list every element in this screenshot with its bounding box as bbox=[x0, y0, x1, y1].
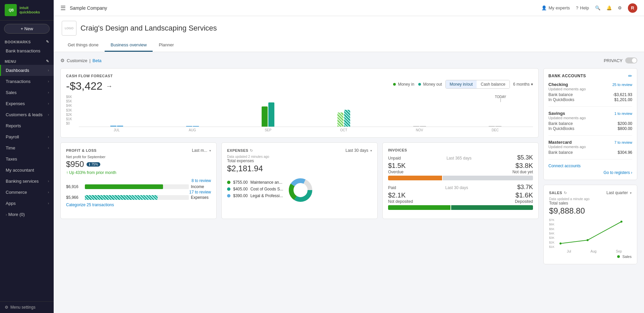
help-button[interactable]: ? Help bbox=[576, 5, 589, 10]
customize-beta[interactable]: Beta bbox=[93, 58, 102, 63]
savings-review[interactable]: 1 to review bbox=[614, 111, 632, 116]
settings-button[interactable]: ⚙ bbox=[618, 5, 622, 10]
sidebar-item-apps[interactable]: Apps › bbox=[0, 198, 54, 209]
dashboard-grid: CASH FLOW FORECAST -$3,422 → Mone bbox=[60, 68, 637, 264]
bell-icon: 🔔 bbox=[606, 5, 612, 10]
checking-name: Checking bbox=[548, 82, 568, 87]
sidebar-item-commerce[interactable]: Commerce › bbox=[0, 187, 54, 198]
person-icon: 👤 bbox=[541, 5, 547, 10]
sidebar-item-taxes[interactable]: Taxes bbox=[0, 153, 54, 165]
today-marker: TODAY bbox=[495, 95, 506, 102]
inv-overdue-label: Overdue bbox=[388, 170, 406, 174]
pl-review-link[interactable]: 8 to review bbox=[66, 178, 211, 183]
jul-bar-in bbox=[110, 126, 116, 127]
bookmarks-section-header: BOOKMARKS ✎ bbox=[0, 37, 54, 45]
sidebar-item-time[interactable]: Time › bbox=[0, 142, 54, 153]
company-full-name: Craig's Design and Landscaping Services bbox=[80, 24, 217, 33]
privacy-toggle-switch[interactable] bbox=[625, 57, 637, 63]
sidebar-item-transactions[interactable]: Transactions › bbox=[0, 76, 54, 87]
exp-content: $755.00 Maintenance an... $405.00 Cost o… bbox=[227, 177, 372, 205]
exp-dot-1 bbox=[227, 181, 230, 184]
money-in-out-btn[interactable]: Money in/out bbox=[446, 80, 477, 88]
sidebar-item-more[interactable]: › More (0) bbox=[0, 209, 54, 220]
bank-card-title: BANK ACCOUNTS bbox=[548, 74, 586, 78]
notifications-button[interactable]: 🔔 bbox=[606, 5, 612, 10]
go-to-registers-link[interactable]: Go to registers › bbox=[548, 168, 632, 175]
pl-period: Last m... ▾ bbox=[192, 148, 211, 153]
cashflow-btn-group: Money in/out Cash balance bbox=[445, 80, 510, 89]
pl-expenses-label: Expenses bbox=[191, 195, 211, 200]
pl-expenses-review-link[interactable]: 17 to review bbox=[189, 190, 211, 194]
menu-edit-icon[interactable]: ✎ bbox=[46, 59, 49, 63]
jul-bar-out bbox=[117, 126, 123, 127]
sidebar-item-banking[interactable]: Banking services › bbox=[0, 176, 54, 187]
inv-deposited: $1.6K Deposited bbox=[515, 191, 533, 204]
sidebar-item-myaccountant[interactable]: My accountant bbox=[0, 165, 54, 176]
sales-card: SALES ↻ Last quarter ▾ Data updated a mi… bbox=[543, 185, 637, 264]
sidebar-item-expenses[interactable]: Expenses › bbox=[0, 98, 54, 109]
customize-separator: | bbox=[89, 58, 90, 63]
sidebar-item-customers[interactable]: Customers & leads › bbox=[0, 109, 54, 120]
new-button[interactable]: + New bbox=[4, 24, 50, 34]
sidebar-item-sales[interactable]: Sales › bbox=[0, 87, 54, 98]
pl-dropdown-icon[interactable]: ▾ bbox=[209, 149, 211, 152]
connect-accounts-link[interactable]: Connect accounts bbox=[548, 164, 632, 168]
my-experts-button[interactable]: 👤 My experts bbox=[541, 5, 570, 10]
exp-dropdown-icon[interactable]: ▾ bbox=[370, 149, 372, 152]
sales-updated: Data updated a minute ago bbox=[549, 197, 632, 201]
pl-categorize-link[interactable]: Categorize 25 transactions bbox=[66, 203, 211, 207]
exp-refresh-icon[interactable]: ↻ bbox=[250, 148, 253, 153]
savings-updated: Updated moments ago bbox=[548, 116, 632, 120]
aug-bar-out bbox=[193, 126, 199, 127]
bank-edit-icon[interactable]: ✏ bbox=[628, 73, 632, 79]
topbar-menu-icon[interactable]: ☰ bbox=[60, 4, 66, 12]
dec-bar-in bbox=[489, 126, 495, 127]
bottom-cards: PROFIT & LOSS Last m... ▾ Net profit for… bbox=[60, 142, 539, 219]
pl-expenses-bar-track bbox=[85, 195, 189, 200]
exp-amount-2: $405.00 bbox=[233, 187, 248, 191]
money-in-legend: Money in bbox=[393, 82, 414, 87]
exp-donut-chart bbox=[287, 177, 314, 205]
tab-business-overview[interactable]: Business overview bbox=[105, 39, 153, 52]
sidebar-item-payroll[interactable]: Payroll › bbox=[0, 131, 54, 142]
svg-point-8 bbox=[621, 221, 623, 223]
tab-planner[interactable]: Planner bbox=[153, 39, 180, 52]
dashboard: ⚙ Customize | Beta PRIVACY CAS bbox=[54, 52, 644, 270]
search-button[interactable]: 🔍 bbox=[595, 5, 600, 10]
sales-legend: Sales bbox=[549, 255, 632, 259]
money-out-legend: Money out bbox=[418, 82, 442, 87]
inv-header: INVOICES bbox=[388, 148, 533, 152]
customize-label[interactable]: Customize bbox=[67, 58, 87, 63]
sidebar-item-dashboards[interactable]: Dashboards › bbox=[0, 65, 54, 76]
sales-line-svg bbox=[557, 218, 632, 249]
menu-settings-button[interactable]: ⚙ Menu settings bbox=[0, 301, 54, 313]
cash-balance-btn[interactable]: Cash balance bbox=[477, 80, 509, 88]
pl-expenses-bar-filled bbox=[85, 195, 158, 200]
inv-overdue-amount: $1.5K bbox=[388, 162, 406, 170]
exp-title: EXPENSES bbox=[227, 148, 248, 152]
apps-chevron: › bbox=[48, 202, 49, 205]
sales-chart: $7K $6K $5K $4K $3K $2K $1K bbox=[549, 218, 632, 259]
checking-balance-label: Bank balance bbox=[548, 92, 573, 97]
pl-income-amount: $6,916 bbox=[66, 184, 83, 189]
sales-dropdown-icon[interactable]: ▾ bbox=[630, 191, 632, 195]
svg-text:QB: QB bbox=[9, 8, 14, 12]
sidebar-item-bank-transactions[interactable]: Bank transactions bbox=[0, 45, 54, 56]
sales-refresh-icon[interactable]: ↻ bbox=[564, 191, 567, 195]
sales-chevron: › bbox=[48, 91, 49, 94]
tab-get-things-done[interactable]: Get things done bbox=[62, 39, 105, 52]
inv-unpaid-row: Unpaid Last 365 days $5.3K bbox=[388, 154, 533, 161]
exp-label-3: Legal & Professi... bbox=[250, 193, 283, 198]
cashflow-period-selector[interactable]: 6 months ▾ bbox=[513, 82, 533, 87]
main-content: ☰ Sample Company 👤 My experts ? Help 🔍 🔔… bbox=[54, 0, 644, 313]
bookmarks-edit-icon[interactable]: ✎ bbox=[46, 40, 49, 44]
mastercard-review[interactable]: 7 to review bbox=[614, 140, 632, 144]
bank-accounts-card: BANK ACCOUNTS ✏ Checking 25 to review Up… bbox=[543, 68, 637, 180]
exp-period: Last 30 days ▾ bbox=[345, 148, 372, 153]
transactions-chevron: › bbox=[48, 80, 49, 83]
sidebar-item-reports[interactable]: Reports bbox=[0, 120, 54, 131]
user-avatar[interactable]: R bbox=[628, 3, 637, 13]
sales-period: Last quarter ▾ bbox=[606, 190, 632, 195]
checking-review[interactable]: 25 to review bbox=[612, 83, 632, 87]
chart-group-sep bbox=[230, 102, 306, 127]
